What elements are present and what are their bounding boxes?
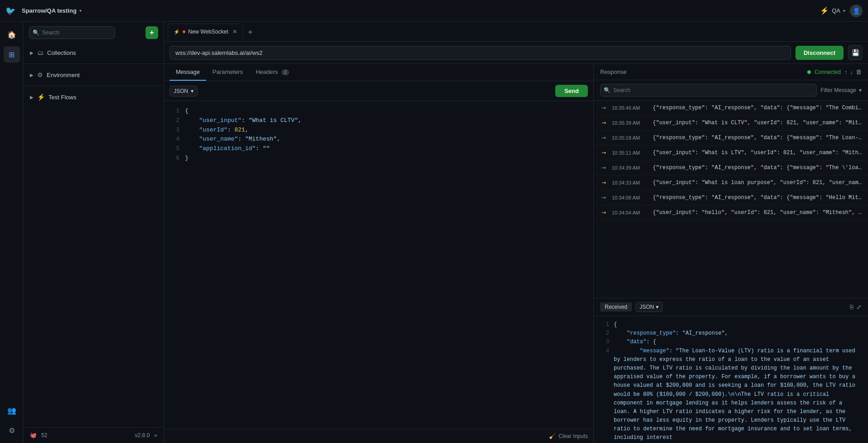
sidebar: 🔍 + ▶ 🗂 Collections ▶ ⚙ Environment ▶ — [24, 22, 164, 443]
code-line-4: 4 "user_name": "Mithesh", — [171, 135, 586, 144]
environment-label: Environment — [47, 72, 80, 78]
project-name: Sparrow/QA testing — [22, 7, 77, 14]
delete-icon[interactable]: 🗑 — [856, 68, 862, 75]
code-content: "user_input": "What is CLTV", — [185, 116, 586, 126]
message-row[interactable]: ↙ 10:34:08 AM {"response_type": "AI_resp… — [594, 190, 868, 205]
copy-icon[interactable]: ⎘ — [850, 303, 853, 311]
arrow-out-icon: ↗ — [600, 179, 607, 186]
content-area: ⚡ New WebSocket ✕ ＋ Disconnect 💾 Message… — [164, 22, 868, 443]
topbar-right: ⚡ QA ▾ 👤 — [820, 5, 863, 17]
environment-icon: ⚙ — [37, 71, 43, 78]
line-number: 5 — [171, 144, 179, 154]
qa-chevron-icon: ▾ — [843, 8, 845, 13]
code-content: "message": "The Loan-to-Value (LTV) rati… — [614, 347, 861, 443]
response-search-wrap: 🔍 — [600, 84, 817, 97]
settings-button[interactable]: ⚙ — [4, 422, 20, 438]
collapse-sidebar-button[interactable]: » — [154, 432, 157, 438]
tab-parameters[interactable]: Parameters — [206, 64, 249, 81]
add-tab-button[interactable]: ＋ — [244, 25, 257, 38]
line-number: 1 — [601, 321, 609, 329]
qa-label: QA — [832, 7, 840, 14]
filter-chevron-icon: ▾ — [859, 87, 862, 93]
response-format-selector[interactable]: JSON ▾ — [635, 302, 663, 312]
send-button[interactable]: Send — [555, 85, 588, 97]
line-number: 4 — [171, 135, 179, 144]
project-selector[interactable]: Sparrow/QA testing ▾ — [22, 7, 82, 14]
arrow-in-icon: ↙ — [600, 164, 607, 171]
response-search-bar: 🔍 Filter Message ▾ — [594, 80, 868, 101]
right-pane: Response Connected ↑ ↓ 🗑 🔍 — [594, 64, 868, 443]
message-content: {"response_type": "AI_response", "data":… — [653, 135, 862, 141]
message-row[interactable]: ↗ 10:35:39 AM {"user_input": "What is CL… — [594, 116, 868, 131]
response-actions: ↑ ↓ 🗑 — [844, 68, 862, 75]
filter-message-button[interactable]: Filter Message ▾ — [820, 87, 862, 93]
url-input[interactable] — [170, 46, 791, 60]
detail-actions: ⎘ ⤢ — [850, 303, 862, 311]
message-time: 10:34:39 AM — [612, 165, 648, 170]
websocket-icon: ⚡ — [174, 29, 180, 35]
code-line-1: 1 { — [171, 107, 586, 116]
left-pane: Message Parameters Headers 2 JSON ▾ Send — [164, 64, 594, 443]
code-content: { — [614, 321, 617, 329]
testflows-icon: ⚡ — [37, 93, 45, 101]
tab-bar: ⚡ New WebSocket ✕ ＋ — [164, 22, 868, 42]
expand-icon[interactable]: ⤢ — [856, 303, 862, 311]
response-code-viewer: 1 { 2 "response_type": "AI_response", 3 … — [594, 316, 868, 443]
message-row[interactable]: ↗ 10:35:11 AM {"user_input": "What is LT… — [594, 146, 868, 161]
project-chevron-icon: ▾ — [79, 8, 82, 13]
collections-button[interactable]: ⊞ — [4, 46, 20, 63]
format-selector[interactable]: JSON ▾ — [170, 86, 198, 97]
response-code-line: 4 "message": "The Loan-to-Value (LTV) ra… — [601, 347, 861, 443]
sidebar-add-button[interactable]: + — [145, 26, 158, 39]
clear-inputs-button[interactable]: 🧹 Clear Inputs — [549, 433, 588, 439]
arrow-out-icon: ↗ — [600, 209, 607, 216]
response-search-input[interactable] — [600, 84, 817, 97]
qa-selector[interactable]: ⚡ QA ▾ — [820, 6, 845, 15]
save-button[interactable]: 💾 — [848, 45, 863, 60]
response-detail: Received JSON ▾ ⎘ ⤢ 1 { — [594, 298, 868, 443]
arrow-in-icon: ↙ — [600, 104, 607, 112]
response-title: Response — [600, 68, 627, 75]
message-row[interactable]: ↙ 10:35:18 AM {"response_type": "AI_resp… — [594, 131, 868, 146]
icon-bar: 🏠 ⊞ 👥 ⚙ — [0, 22, 24, 443]
clear-icon: 🧹 — [549, 433, 556, 439]
code-editor[interactable]: 1 { 2 "user_input": "What is CLTV", 3 "u… — [164, 101, 593, 429]
sidebar-item-collections[interactable]: ▶ 🗂 Collections — [24, 45, 164, 60]
url-bar: Disconnect 💾 — [164, 42, 868, 64]
sidebar-item-testflows[interactable]: ▶ ⚡ Test Flows — [24, 90, 164, 104]
message-content: {"user_input": "hello", "userId": 821, "… — [653, 209, 862, 216]
clear-inputs-label: Clear Inputs — [558, 433, 588, 439]
message-row[interactable]: ↙ 10:34:39 AM {"response_type": "AI_resp… — [594, 161, 868, 175]
message-row[interactable]: ↗ 10:34:33 AM {"user_input": "What is lo… — [594, 175, 868, 190]
arrow-out-icon: ↗ — [600, 149, 607, 156]
format-label: JSON — [174, 88, 188, 94]
sidebar-search-wrap: 🔍 — [29, 26, 142, 39]
tab-message[interactable]: Message — [170, 64, 206, 81]
users-button[interactable]: 👥 — [4, 402, 20, 419]
connected-label: Connected — [815, 69, 841, 75]
tab-headers[interactable]: Headers 2 — [249, 64, 296, 81]
line-number: 2 — [171, 116, 179, 126]
arrow-in-icon: ↙ — [600, 134, 607, 141]
topbar: 🐦 Sparrow/QA testing ▾ ⚡ QA ▾ 👤 — [0, 0, 868, 22]
tab-new-websocket[interactable]: ⚡ New WebSocket ✕ — [168, 24, 243, 40]
pane-split: Message Parameters Headers 2 JSON ▾ Send — [164, 64, 868, 443]
home-button[interactable]: 🏠 — [4, 26, 20, 43]
disconnect-button[interactable]: Disconnect — [795, 46, 844, 60]
response-code-line: 1 { — [601, 321, 861, 329]
sidebar-item-environment[interactable]: ▶ ⚙ Environment — [24, 68, 164, 82]
message-row[interactable]: ↗ 10:34:04 AM {"user_input": "hello", "u… — [594, 205, 868, 220]
tab-close-button[interactable]: ✕ — [233, 29, 237, 35]
sidebar-collections-section: ▶ 🗂 Collections — [24, 44, 164, 62]
response-code-line: 2 "response_type": "AI_response", — [601, 329, 861, 338]
sidebar-search-input[interactable] — [29, 26, 115, 39]
dropdown-icon: ▾ — [191, 88, 194, 94]
line-number: 6 — [171, 154, 179, 163]
message-time: 10:34:04 AM — [612, 210, 648, 215]
json-format-label: JSON — [640, 304, 654, 310]
avatar[interactable]: 👤 — [850, 5, 863, 17]
message-row[interactable]: ↙ 10:35:46 AM {"response_type": "AI_resp… — [594, 101, 868, 116]
search-icon: 🔍 — [33, 29, 39, 36]
response-status: Connected ↑ ↓ 🗑 — [807, 68, 862, 75]
message-time: 10:34:08 AM — [612, 195, 648, 200]
